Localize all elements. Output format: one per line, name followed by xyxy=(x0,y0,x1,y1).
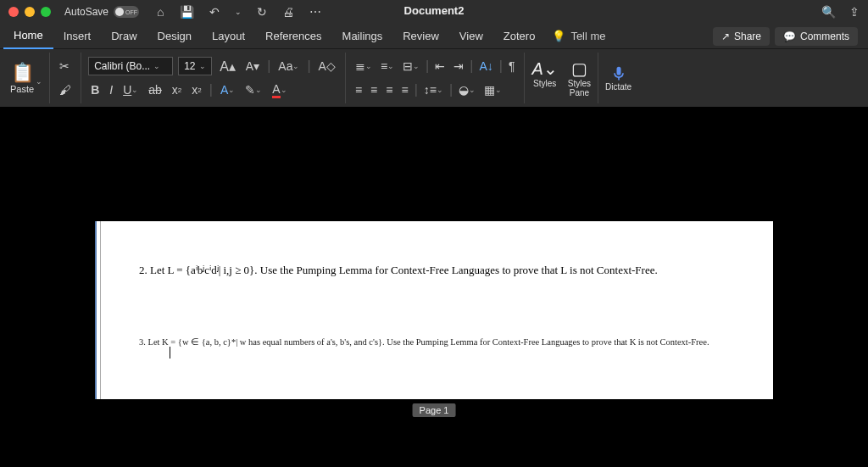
tab-view[interactable]: View xyxy=(449,24,493,49)
autosave-label: AutoSave xyxy=(64,6,108,18)
page[interactable]: 2. Let L = {aⁱbʲcⁱdʲ| i,j ≥ 0}. Use the … xyxy=(95,221,773,399)
format-painter-icon[interactable]: 🖌 xyxy=(57,81,74,99)
comment-icon: 💬 xyxy=(783,31,796,42)
ribbon: 📋 Paste ⌄ ✂ 🖌 Calibri (Bo...⌄ 12⌄ A▴ A▾ … xyxy=(0,49,868,107)
outdent-icon[interactable]: ⇤ xyxy=(432,57,448,75)
strikethrough-button[interactable]: ab xyxy=(146,81,164,99)
comments-button[interactable]: 💬Comments xyxy=(775,27,858,46)
styles-button[interactable]: A⌄ Styles xyxy=(531,58,557,97)
undo-more-icon[interactable]: ⌄ xyxy=(232,3,244,21)
ribbon-tabs: Home Insert Draw Design Layout Reference… xyxy=(0,24,868,49)
dictate-group: Dictate xyxy=(598,53,638,103)
superscript-button[interactable]: x2 xyxy=(189,81,203,99)
bold-button[interactable]: B xyxy=(88,81,102,99)
window-controls xyxy=(8,7,51,17)
paragraph-group: ≣ ⌄ ≡ ⌄ ⊟ ⌄ | ⇤ ⇥ | A↓ | ¶ ≡ ≡ ≡ ≡ | ↕≡ … xyxy=(346,53,526,103)
share-button[interactable]: ↗Share xyxy=(713,27,770,46)
bullets-icon[interactable]: ≣ ⌄ xyxy=(353,57,375,75)
borders-icon[interactable]: ▦ ⌄ xyxy=(481,81,504,99)
question-3-text[interactable]: 3. Let K = {w ∈ {a, b, c}*| w has equal … xyxy=(139,336,739,347)
font-family-dropdown[interactable]: Calibri (Bo...⌄ xyxy=(88,57,173,75)
tab-home[interactable]: Home xyxy=(3,24,53,49)
more-icon[interactable]: ⋯ xyxy=(307,3,324,21)
change-case-icon[interactable]: Aa ⌄ xyxy=(275,57,302,75)
redo-icon[interactable]: ↻ xyxy=(254,3,270,21)
page-margin-indicator xyxy=(95,221,97,399)
quick-access: ⌂ 💾 ↶ ⌄ ↻ 🖨 ⋯ xyxy=(154,3,323,21)
page-edge xyxy=(100,221,101,399)
autosave-pill[interactable]: OFF xyxy=(114,6,139,18)
tab-zotero[interactable]: Zotero xyxy=(493,24,546,49)
paste-icon[interactable]: 📋 xyxy=(11,62,34,84)
page-number-badge: Page 1 xyxy=(413,403,456,417)
clipboard-group: 📋 Paste ⌄ xyxy=(3,53,50,103)
text-cursor xyxy=(170,347,170,359)
maximize-window[interactable] xyxy=(41,7,51,17)
sort-icon[interactable]: A↓ xyxy=(476,57,495,75)
font-color-icon[interactable]: A ⌄ xyxy=(270,81,289,99)
font-group: Calibri (Bo...⌄ 12⌄ A▴ A▾ | Aa ⌄ | A◇ B … xyxy=(81,53,346,103)
clipboard-mini-group: ✂ 🖌 xyxy=(50,53,81,103)
tab-review[interactable]: Review xyxy=(392,24,449,49)
highlight-icon[interactable]: ✎ ⌄ xyxy=(242,81,264,99)
multilevel-icon[interactable]: ⊟ ⌄ xyxy=(400,57,422,75)
tab-insert[interactable]: Insert xyxy=(53,24,102,49)
document-title: Document2 xyxy=(404,4,465,17)
document-canvas[interactable]: 2. Let L = {aⁱbʲcⁱdʲ| i,j ≥ 0}. Use the … xyxy=(0,107,868,467)
tab-mailings[interactable]: Mailings xyxy=(332,24,393,49)
collab-icon[interactable]: ⇪ xyxy=(849,5,860,19)
text-effects-icon[interactable]: A ⌄ xyxy=(218,81,237,99)
font-size-dropdown[interactable]: 12⌄ xyxy=(178,57,212,75)
share-icon: ↗ xyxy=(721,31,730,42)
search-icon[interactable]: 🔍 xyxy=(821,5,836,19)
grow-font-icon[interactable]: A▴ xyxy=(217,57,238,75)
close-window[interactable] xyxy=(8,7,19,17)
titlebar: AutoSave OFF ⌂ 💾 ↶ ⌄ ↻ 🖨 ⋯ Document2 🔍 ⇪ xyxy=(0,0,868,24)
indent-icon[interactable]: ⇥ xyxy=(451,57,466,75)
home-icon[interactable]: ⌂ xyxy=(154,3,166,21)
bulb-icon: 💡 xyxy=(552,30,565,42)
italic-button[interactable]: I xyxy=(107,81,115,99)
align-center-icon[interactable]: ≡ xyxy=(368,81,380,99)
question-2-text[interactable]: 2. Let L = {aⁱbʲcⁱdʲ| i,j ≥ 0}. Use the … xyxy=(139,264,739,277)
paste-more[interactable]: ⌄ xyxy=(36,77,42,86)
styles-pane-button[interactable]: ▢ Styles Pane xyxy=(568,58,591,97)
cut-icon[interactable]: ✂ xyxy=(57,57,74,75)
paragraph-marks-icon[interactable]: ¶ xyxy=(506,57,518,75)
tab-design[interactable]: Design xyxy=(147,24,202,49)
line-spacing-icon[interactable]: ↕≡ ⌄ xyxy=(421,81,446,99)
print-icon[interactable]: 🖨 xyxy=(280,3,297,21)
paste-label: Paste xyxy=(10,84,34,94)
clear-format-icon[interactable]: A◇ xyxy=(316,57,338,75)
numbering-icon[interactable]: ≡ ⌄ xyxy=(378,57,397,75)
underline-button[interactable]: U ⌄ xyxy=(120,81,141,99)
shrink-font-icon[interactable]: A▾ xyxy=(243,57,262,75)
dictate-button[interactable]: Dictate xyxy=(605,65,632,92)
mic-icon xyxy=(610,65,627,82)
save-icon[interactable]: 💾 xyxy=(177,3,197,21)
align-right-icon[interactable]: ≡ xyxy=(383,81,395,99)
shading-icon[interactable]: ◒ ⌄ xyxy=(456,81,478,99)
styles-icon: A⌄ xyxy=(531,58,557,79)
align-left-icon[interactable]: ≡ xyxy=(353,81,364,99)
autosave-toggle[interactable]: AutoSave OFF xyxy=(64,6,139,18)
tab-references[interactable]: References xyxy=(255,24,331,49)
minimize-window[interactable] xyxy=(25,7,35,17)
subscript-button[interactable]: x2 xyxy=(170,81,184,99)
tab-layout[interactable]: Layout xyxy=(202,24,255,49)
styles-pane-icon: ▢ xyxy=(571,58,587,79)
tab-draw[interactable]: Draw xyxy=(101,24,147,49)
undo-icon[interactable]: ↶ xyxy=(207,3,222,21)
styles-group: A⌄ Styles ▢ Styles Pane xyxy=(525,53,598,103)
justify-icon[interactable]: ≡ xyxy=(398,81,410,99)
tellme-search[interactable]: 💡 Tell me xyxy=(552,30,605,42)
